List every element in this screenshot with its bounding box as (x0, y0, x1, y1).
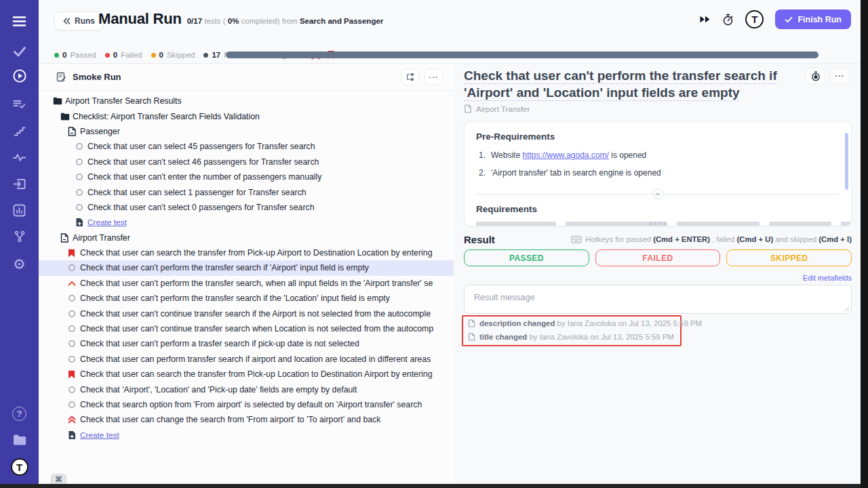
row-label: Checklist: Airport Transfer Search Field… (73, 112, 465, 121)
row-label: Check that user can't select 46 passenge… (87, 157, 465, 167)
test-row[interactable]: Check that search option from 'From airp… (39, 397, 454, 412)
sidebar-activity-icon[interactable] (0, 147, 39, 167)
test-row[interactable]: Check that user can't continue transfer … (39, 306, 454, 321)
create-test-link[interactable]: Create test (39, 215, 454, 230)
row-label: Check that user can search the transfer … (80, 369, 465, 379)
sidebar-report-chart-icon[interactable] (0, 200, 39, 220)
verdict-failed-button[interactable]: FAILED (595, 249, 721, 266)
tree-folder[interactable]: Airport Transfer Search Results (39, 94, 454, 108)
create-test-link[interactable]: Create test (39, 428, 454, 443)
user-avatar[interactable]: T (745, 10, 764, 28)
stat-skipped: 0Skipped (151, 51, 195, 59)
sidebar-avatar[interactable]: T (0, 457, 39, 477)
sidebar-steps-icon[interactable] (0, 121, 39, 141)
test-row[interactable]: Check that 'Airport', 'Location' and 'Pi… (39, 382, 454, 396)
pre-requirement-item: 2.'Airport transfer' tab in search engin… (479, 168, 661, 178)
fast-forward-icon[interactable] (699, 15, 711, 24)
sidebar-check-icon[interactable] (0, 41, 39, 62)
requirements-heading: Requirements (476, 204, 537, 214)
run-plan-title: Smoke Run (73, 72, 121, 82)
file-change-icon (468, 319, 475, 327)
priority-caret-icon (68, 281, 76, 286)
status-circle-icon (75, 203, 83, 211)
file-change-icon (468, 333, 475, 341)
status-circle-icon (68, 325, 76, 333)
verdict-skipped-button[interactable]: SKIPPED (726, 249, 852, 266)
stat-failed: 0Failed (105, 51, 142, 59)
row-label: Check that user can select 45 passengers… (87, 142, 465, 151)
sidebar-list-check-icon[interactable] (0, 94, 39, 115)
tree-more-button[interactable]: ··· (425, 68, 443, 85)
status-circle-icon (68, 264, 76, 272)
test-row[interactable]: Check that user can select 1 passenger f… (39, 184, 454, 199)
test-row[interactable]: Check that user can search the transfer … (39, 367, 454, 382)
row-label: Check that user can't select 0 passenger… (87, 203, 465, 212)
test-row[interactable]: Check that user can't perform a trasfer … (39, 336, 454, 351)
test-row[interactable]: Check that user can't enter the number o… (39, 169, 454, 184)
test-row[interactable]: Check that user can search the transfer … (39, 245, 454, 260)
edit-metafields-link[interactable]: Edit metafields (803, 274, 852, 282)
tree-view-button[interactable] (401, 68, 419, 85)
sidebar-run-play-icon[interactable] (0, 66, 39, 86)
tree-doc-icon (68, 127, 76, 136)
resize-grip[interactable] (650, 222, 665, 226)
app-window: ⚙ ? T Runs Manual Run 0/17 tests ( 0% co… (0, 0, 861, 484)
test-row[interactable]: Check that user can't select 0 passenger… (39, 200, 454, 215)
timer-icon[interactable] (722, 14, 734, 26)
test-row[interactable]: Check that user can't continue transfer … (39, 321, 454, 336)
check-icon (785, 16, 793, 23)
test-title: Check that user can't perform the transf… (464, 67, 810, 101)
stopwatch-button[interactable] (806, 67, 825, 85)
back-to-runs-button[interactable]: Runs (54, 12, 104, 30)
tree-suite[interactable]: Airport Transfer (39, 230, 454, 245)
row-label: Check that user can't perform a trasfer … (80, 339, 465, 348)
create-test-icon (75, 218, 83, 227)
status-dot (203, 53, 208, 58)
test-row[interactable]: Check that user can't perform the transf… (39, 291, 454, 306)
external-link[interactable]: https://www.agoda.com/ (522, 150, 608, 160)
change-history-highlight: description changed by Iana Zavoloka on … (462, 315, 682, 346)
test-row[interactable]: Check that user can perform transfer sea… (39, 352, 454, 367)
menu-icon[interactable] (0, 11, 39, 31)
status-dot (105, 53, 110, 58)
tree-doc-icon (60, 233, 68, 243)
priority-double-icon (68, 415, 76, 424)
sidebar-enter-box-icon[interactable] (0, 174, 39, 194)
collapse-toggle[interactable] (652, 188, 663, 199)
status-dot (151, 53, 156, 58)
test-row[interactable]: Check that user can change the search fr… (39, 412, 454, 427)
tree-header: Smoke Run ··· (39, 64, 454, 91)
keyboard-icon (571, 236, 582, 243)
run-header: Runs Manual Run 0/17 tests ( 0% complete… (39, 0, 861, 42)
description-card: Pre-Requirements 1.Website https://www.a… (464, 121, 852, 226)
history-entry: description changed by Iana Zavoloka on … (468, 319, 702, 327)
test-row[interactable]: Check that user can't perform the transf… (39, 260, 454, 275)
finish-run-button[interactable]: Finish Run (775, 9, 851, 29)
projects-folder-icon[interactable] (0, 430, 39, 450)
description-scrollbar[interactable] (845, 133, 848, 190)
command-key-button[interactable]: ⌘ (51, 474, 66, 484)
test-tree-panel: Smoke Run ··· Airport Transfer Search Re… (39, 63, 454, 484)
stopwatch-icon (811, 71, 821, 81)
tree-suite[interactable]: Passenger (39, 124, 454, 139)
test-detail-panel: Check that user can't perform the transf… (454, 63, 861, 484)
row-label: Check that search option from 'From airp… (80, 400, 465, 409)
row-label: Create test (80, 430, 465, 440)
result-message-input[interactable] (464, 285, 852, 314)
screen-edge-bottom (0, 484, 861, 488)
row-label: Check that user can perform transfer sea… (80, 354, 465, 364)
test-more-button[interactable]: ··· (830, 67, 850, 85)
sidebar-gear-icon[interactable]: ⚙ (0, 253, 39, 274)
verdict-passed-button[interactable]: PASSED (464, 249, 589, 266)
pre-requirements-heading: Pre-Requirements (476, 131, 555, 142)
create-test-icon (68, 430, 76, 440)
test-row[interactable]: Check that user can't select 46 passenge… (39, 155, 454, 169)
test-row[interactable]: Check that user can't perform the transf… (39, 276, 454, 291)
history-entry: title changed by Iana Zavoloka on Jul 13… (468, 333, 674, 341)
test-row[interactable]: Check that user can select 45 passengers… (39, 139, 454, 154)
result-heading: Result (464, 234, 495, 245)
sidebar-fork-icon[interactable] (0, 226, 39, 247)
ellipsis-icon: ··· (835, 72, 845, 80)
help-icon[interactable]: ? (0, 403, 39, 424)
tree-folder[interactable]: Checklist: Airport Transfer Search Field… (39, 108, 454, 123)
